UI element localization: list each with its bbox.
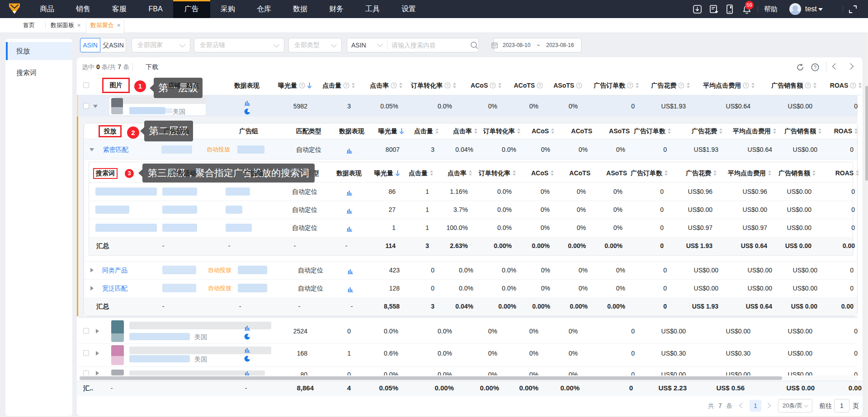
svg-text:?: ? [680,83,683,88]
svg-text:?: ? [629,83,632,88]
svg-text:?: ? [814,65,816,70]
svg-text:?: ? [578,83,580,88]
svg-text:?: ? [301,83,303,88]
svg-text:?: ? [491,83,494,88]
svg-text:?: ? [807,83,809,88]
svg-text:?: ? [345,83,348,88]
svg-text:?: ? [538,83,541,88]
svg-text:?: ? [392,83,395,88]
svg-text:?: ? [852,83,854,88]
svg-text:?: ? [446,83,449,88]
svg-text:?: ? [745,83,747,88]
